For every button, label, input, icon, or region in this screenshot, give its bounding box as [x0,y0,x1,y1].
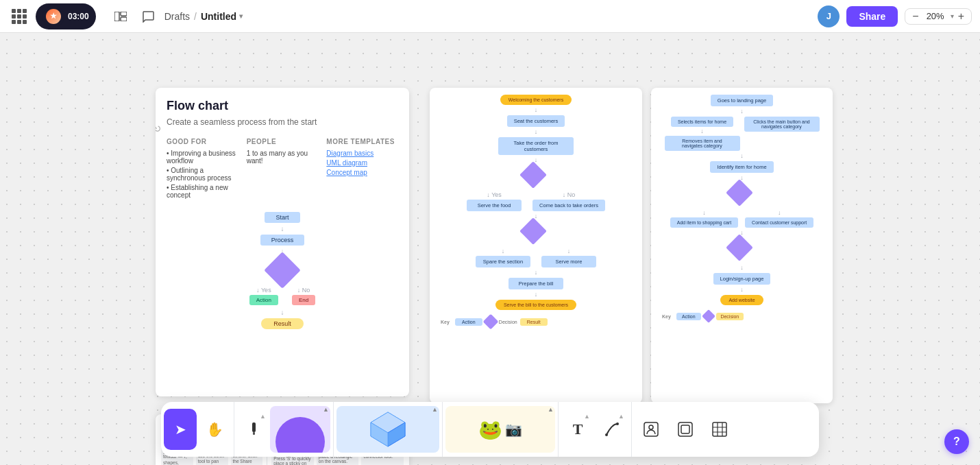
3d-box-svg [357,409,419,450]
rf-seat: Seat the customers [507,115,565,127]
col-link-2[interactable]: UML diagram [326,159,398,167]
tool-select[interactable]: ➤ [164,409,197,450]
toolbar-section-3d: ▲ [334,402,443,457]
chat-icon [142,10,154,23]
chat-button[interactable] [137,5,159,27]
ec-add-website: Add website [720,295,763,305]
rf-back-orders: Come back to take orders [532,200,605,211]
hand-icon: ✋ [206,422,223,436]
ec-login-page: Login/sign-up page [713,273,771,285]
svg-rect-4 [253,432,255,435]
breadcrumb-drafts[interactable]: Drafts [164,11,190,22]
sticker-camera: 📷 [505,421,522,438]
select-icon: ➤ [175,422,186,436]
mf-process: Process [260,235,305,246]
app-logo-inner: ★ [46,9,61,24]
svg-rect-14 [681,425,689,433]
pen-chevron: ▲ [260,413,266,420]
connector-icon [604,421,620,438]
tool-table[interactable] [703,409,736,450]
svg-rect-3 [252,422,256,432]
thumb-purple-circle [270,406,330,453]
rf-serve-bill: Serve the bill to the customers [495,300,576,310]
zoom-plus-button[interactable]: + [957,11,966,22]
breadcrumb: Drafts / Untitled ▾ [164,11,243,22]
panel-about-inner: Flow chart Create a seamless process fro… [156,88,409,340]
ec-remove-navigate: Removes item and navigates category [665,136,740,151]
rf-serve-more: Serve more [541,256,596,267]
tool-connector[interactable]: ▲ [596,409,628,450]
breadcrumb-title[interactable]: Untitled ▾ [201,11,243,22]
restaurant-flow: Welcoming the customers ↓ Seat the custo… [430,88,642,403]
col-more-title: MORE TEMPLATES [326,138,398,145]
zoom-minus-button[interactable]: − [911,11,920,22]
toolbar-section-pointers: ➤ ✋ [161,402,234,457]
toolbar-section-pen: ▲ ▲ [234,402,334,457]
col-good-for-title: GOOD FOR [167,138,238,145]
ec-clicks-button: Clicks the main button and navigates cat… [744,117,820,132]
table-icon [711,420,728,438]
toolbar-section-text: T ▲ ▲ [559,402,632,457]
tool-text[interactable]: T ▲ [561,409,594,450]
topbar-left: ★ 03:00 Drafts / [8,3,243,29]
panel-restaurant: Example: Restaurant waiter responsibilit… [430,88,642,403]
apps-grid-icon [12,9,27,24]
apps-button[interactable] [8,5,30,27]
text-icon: T [573,420,583,438]
svg-rect-13 [678,422,692,436]
col-link-3[interactable]: Concept map [326,169,398,176]
tool-hand[interactable]: ✋ [198,409,231,450]
rf-decision-1 [524,165,548,190]
frame-content-icon [642,420,660,438]
topbar: ★ 03:00 Drafts / [0,0,980,33]
rf-serve-food: Serve the food [467,200,522,211]
col-people-text: 1 to as many as you want! [247,150,319,165]
col-good-for-item-2: • Outlining a synchronous process [167,167,238,182]
topbar-right: J Share − 20% ▾ + [818,5,972,27]
rf-spare-section: Spare the section [476,256,530,267]
pen-icon [246,421,261,438]
ec-contact-customer: Contact customer support [745,217,813,228]
tool-frame-border[interactable] [669,409,702,450]
timer-badge[interactable]: ★ 03:00 [36,3,96,29]
ec-key-action: Action [676,313,701,320]
zoom-controls: − 20% ▾ + [905,8,972,25]
share-button[interactable]: Share [846,6,898,27]
canvas-area[interactable]: click, each section and print → to remov… [0,33,980,465]
ec-add-cart: Add item to shopping cart [670,217,738,228]
topbar-layout-icons [110,5,159,27]
logo-star: ★ [50,12,57,21]
mf-start: Start [265,212,299,223]
tool-frame-content[interactable] [635,409,667,450]
svg-point-10 [616,422,619,425]
thumb-stickers-chevron: ▲ [548,406,554,413]
ec-decision-1 [730,183,755,208]
mf-result: Result [261,318,304,329]
qt-tool-stickies-desc: Press 'S' to quickly place a sticky on t… [273,456,312,465]
mf-decision [264,252,301,289]
col-good-for-item-1: • Improving a business workflow [167,150,238,165]
col-people-title: PEOPLE [247,138,319,145]
ec-key-result: Decision [716,313,744,320]
sticker-frog: 🐸 [478,418,502,441]
timer-value: 03:00 [68,12,89,21]
layout-view-button[interactable] [110,5,132,27]
ec-key-decision-icon [702,309,715,323]
ecommerce-flow: Goes to landing page ↓ Selects items for… [651,88,833,403]
col-link-1[interactable]: Diagram basics [326,150,398,157]
help-button[interactable]: ? [944,429,969,454]
rf-decision-2 [524,222,548,246]
panel-about-subtitle: Create a seamless process from the start [167,117,398,127]
document-title: Untitled [201,11,236,22]
mf-no: End [292,295,315,305]
layout-icon [114,12,127,21]
avatar[interactable]: J [818,5,840,27]
ec-identify: Identify item for home [710,161,773,173]
svg-rect-1 [121,12,127,16]
tool-pen[interactable]: ▲ [237,409,270,450]
col-good-for: GOOD FOR • Improving a business workflow… [167,138,238,201]
ec-decision-2 [730,238,755,263]
rf-take-order: Take the order from customers [498,137,574,155]
mini-flow-illustration: Start ↓ Process ↓ ↓ Yes Action ↓ No End [167,212,398,329]
rf-key-decision-icon [483,314,499,330]
